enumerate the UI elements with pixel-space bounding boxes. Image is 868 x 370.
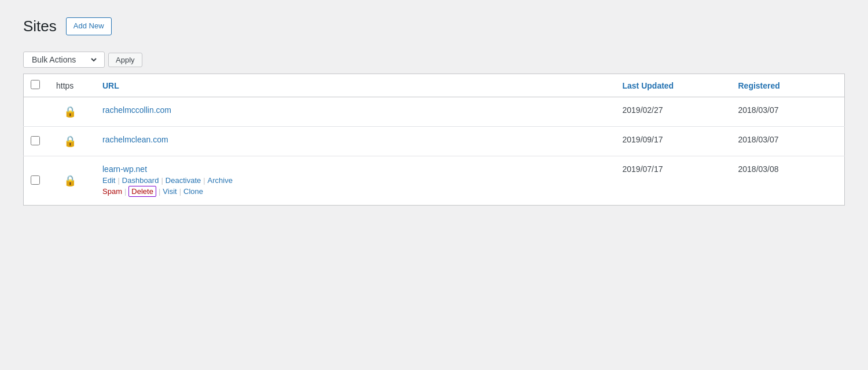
row-url-cell: learn-wp.netEdit | Dashboard | Deactivat… [93,156,613,206]
action-deactivate[interactable]: Deactivate [165,176,201,185]
action-delete[interactable]: Delete [128,186,156,197]
row-url-cell: rachelmclean.com [93,127,613,156]
site-url-link[interactable]: rachelmccollin.com [102,105,171,115]
header-checkbox-cell [24,74,47,97]
site-url-link[interactable]: rachelmclean.com [102,135,168,144]
row-checkbox-cell [24,156,47,206]
action-separator: | [159,187,160,196]
action-separator: | [179,187,181,196]
header-url[interactable]: URL [93,74,613,97]
action-dashboard[interactable]: Dashboard [122,176,159,185]
bulk-actions-select[interactable]: Bulk Actions Delete Selected [23,52,105,68]
header-https: https [47,74,93,97]
action-separator: | [203,176,205,185]
table-row: 🔒rachelmclean.com2019/09/172018/03/07 [24,127,845,156]
action-clone[interactable]: Clone [183,187,203,196]
row-last-updated: 2019/02/27 [613,97,729,127]
action-spam[interactable]: Spam [102,187,122,196]
site-actions: Edit | Dashboard | Deactivate | ArchiveS… [102,176,604,197]
row-last-updated: 2019/07/17 [613,156,729,206]
lock-icon: 🔒 [64,105,76,118]
row-checkbox-cell [24,97,47,127]
apply-button[interactable]: Apply [108,53,142,67]
row-https-cell: 🔒 [47,97,93,127]
lock-icon: 🔒 [64,135,76,148]
row-checkbox-cell [24,127,47,156]
bulk-actions-dropdown[interactable]: Bulk Actions Delete Selected [30,54,98,65]
row-registered: 2018/03/07 [729,127,845,156]
action-separator: | [124,187,126,196]
table-header-row: https URL Last Updated Registered [24,74,845,97]
page-title: Sites [23,17,57,35]
bulk-actions-bar: Bulk Actions Delete Selected Apply [23,52,845,68]
action-separator: | [161,176,163,185]
add-new-button[interactable]: Add New [66,17,112,35]
select-all-checkbox[interactable] [31,80,40,89]
row-checkbox[interactable] [31,175,40,185]
row-registered: 2018/03/07 [729,97,845,127]
action-separator: | [117,176,119,185]
table-row: 🔒rachelmccollin.com2019/02/272018/03/07 [24,97,845,127]
site-url-link[interactable]: learn-wp.net [102,164,147,174]
row-https-cell: 🔒 [47,156,93,206]
action-archive[interactable]: Archive [208,176,233,185]
table-row: 🔒learn-wp.netEdit | Dashboard | Deactiva… [24,156,845,206]
action-visit[interactable]: Visit [163,187,176,196]
row-checkbox[interactable] [31,136,40,145]
row-registered: 2018/03/08 [729,156,845,206]
page-header: Sites Add New [23,17,845,35]
row-last-updated: 2019/09/17 [613,127,729,156]
header-last-updated[interactable]: Last Updated [613,74,729,97]
action-edit[interactable]: Edit [102,176,115,185]
lock-icon: 🔒 [64,174,76,187]
row-url-cell: rachelmccollin.com [93,97,613,127]
sites-table: https URL Last Updated Registered 🔒rache… [23,74,845,206]
header-registered[interactable]: Registered [729,74,845,97]
row-https-cell: 🔒 [47,127,93,156]
